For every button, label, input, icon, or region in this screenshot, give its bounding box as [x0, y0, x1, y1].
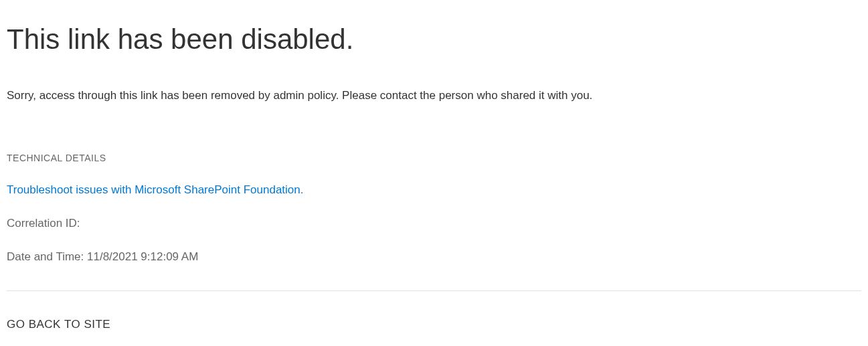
technical-details-header: TECHNICAL DETAILS — [7, 153, 861, 163]
divider — [7, 290, 861, 291]
go-back-to-site-link[interactable]: GO BACK TO SITE — [7, 318, 110, 331]
date-time: Date and Time: 11/8/2021 9:12:09 AM — [7, 250, 861, 264]
correlation-id: Correlation ID: — [7, 217, 861, 230]
troubleshoot-link[interactable]: Troubleshoot issues with Microsoft Share… — [7, 183, 304, 197]
page-title: This link has been disabled. — [7, 23, 861, 56]
error-message: Sorry, access through this link has been… — [7, 89, 861, 102]
